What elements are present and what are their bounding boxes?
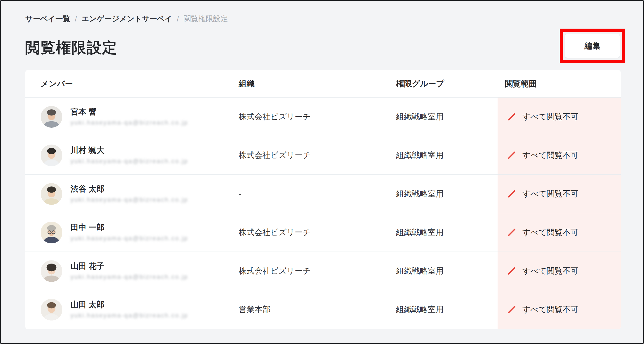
avatar (41, 145, 62, 166)
header-permission-group: 権限グループ (396, 78, 498, 89)
scope-label: すべて閲覧不可 (522, 188, 578, 199)
page-title: 閲覧権限設定 (25, 38, 117, 58)
member-name: 川村 颯大 (71, 146, 188, 155)
view-scope-cell: すべて閲覧不可 (498, 111, 621, 122)
header-org: 組織 (239, 78, 396, 89)
header-view-scope: 閲覧範囲 (498, 78, 621, 89)
member-text: 宮本 響 yuki.haseyama-qa@bizreach.co.jp (71, 107, 188, 126)
table-row: 渋谷 太郎 yuki.haseyama-qa@bizreach.co.jp - … (25, 174, 621, 213)
screenshot-frame: サーベイ一覧 / エンゲージメントサーベイ / 閲覧権限設定 閲覧権限設定 編集… (0, 0, 644, 344)
no-access-slash-icon (507, 112, 516, 121)
member-cell: 山田 花子 yuki.haseyama-qa@bizreach.co.jp (25, 260, 239, 282)
org-cell: 株式会社ビズリーチ (239, 111, 396, 122)
no-access-slash-icon (507, 151, 516, 160)
member-text: 山田 太郎 yuki.haseyama-qa@bizreach.co.jp (71, 300, 188, 319)
permission-group-cell: 組織戦略室用 (396, 188, 498, 199)
breadcrumb-separator: / (75, 15, 77, 23)
permission-group-cell: 組織戦略室用 (396, 304, 498, 315)
view-scope-cell: すべて閲覧不可 (498, 188, 621, 199)
member-cell: 宮本 響 yuki.haseyama-qa@bizreach.co.jp (25, 106, 239, 128)
no-access-slash-icon (507, 305, 516, 314)
member-email-blurred: yuki.haseyama-qa@bizreach.co.jp (71, 119, 188, 126)
table-row: 宮本 響 yuki.haseyama-qa@bizreach.co.jp 株式会… (25, 97, 621, 136)
permission-group-cell: 組織戦略室用 (396, 111, 498, 122)
avatar (41, 183, 62, 205)
scope-label: すべて閲覧不可 (522, 304, 578, 315)
avatar (41, 299, 62, 321)
member-email-blurred: yuki.haseyama-qa@bizreach.co.jp (71, 235, 188, 242)
member-cell: 渋谷 太郎 yuki.haseyama-qa@bizreach.co.jp (25, 183, 239, 205)
view-scope-cell: すべて閲覧不可 (498, 266, 621, 276)
org-cell: 株式会社ビズリーチ (239, 150, 396, 161)
member-email-blurred: yuki.haseyama-qa@bizreach.co.jp (71, 273, 188, 280)
table-row: 川村 颯大 yuki.haseyama-qa@bizreach.co.jp 株式… (25, 136, 621, 174)
permission-group-cell: 組織戦略室用 (396, 227, 498, 238)
table-body: 宮本 響 yuki.haseyama-qa@bizreach.co.jp 株式会… (25, 97, 621, 329)
view-scope-cell: すべて閲覧不可 (498, 227, 621, 238)
avatar (41, 260, 62, 282)
permission-group-cell: 組織戦略室用 (396, 266, 498, 276)
member-text: 川村 颯大 yuki.haseyama-qa@bizreach.co.jp (71, 146, 188, 165)
member-name: 田中 一郎 (71, 223, 188, 232)
no-access-slash-icon (507, 189, 516, 198)
view-scope-cell: すべて閲覧不可 (498, 304, 621, 315)
member-email-blurred: yuki.haseyama-qa@bizreach.co.jp (71, 312, 188, 319)
member-name: 宮本 響 (71, 107, 188, 116)
member-cell: 田中 一郎 yuki.haseyama-qa@bizreach.co.jp (25, 222, 239, 243)
org-cell: 株式会社ビズリーチ (239, 227, 396, 238)
breadcrumb-separator: / (177, 15, 179, 23)
org-cell: 営業本部 (239, 304, 396, 315)
edit-button[interactable]: 編集 (565, 34, 620, 58)
member-name: 山田 太郎 (71, 300, 188, 309)
member-email-blurred: yuki.haseyama-qa@bizreach.co.jp (71, 158, 188, 165)
annotation-highlight: 編集 (560, 29, 625, 63)
org-cell: - (239, 189, 396, 198)
avatar (41, 106, 62, 128)
table-row: 山田 太郎 yuki.haseyama-qa@bizreach.co.jp 営業… (25, 290, 621, 329)
table-header-row: メンバー 組織 権限グループ 閲覧範囲 (25, 70, 621, 97)
member-name: 山田 花子 (71, 262, 188, 271)
breadcrumb-current: 閲覧権限設定 (183, 14, 228, 24)
avatar (41, 222, 62, 243)
scope-label: すべて閲覧不可 (522, 111, 578, 122)
scope-label: すべて閲覧不可 (522, 150, 578, 161)
breadcrumb: サーベイ一覧 / エンゲージメントサーベイ / 閲覧権限設定 (25, 14, 228, 24)
scope-label: すべて閲覧不可 (522, 227, 578, 238)
member-name: 渋谷 太郎 (71, 184, 188, 194)
table-row: 田中 一郎 yuki.haseyama-qa@bizreach.co.jp 株式… (25, 213, 621, 252)
no-access-slash-icon (507, 228, 516, 237)
member-email-blurred: yuki.haseyama-qa@bizreach.co.jp (71, 196, 188, 203)
org-cell: 株式会社ビズリーチ (239, 266, 396, 276)
permission-group-cell: 組織戦略室用 (396, 150, 498, 161)
no-access-slash-icon (507, 266, 516, 276)
scope-label: すべて閲覧不可 (522, 266, 578, 276)
member-cell: 山田 太郎 yuki.haseyama-qa@bizreach.co.jp (25, 299, 239, 321)
table-row: 山田 花子 yuki.haseyama-qa@bizreach.co.jp 株式… (25, 252, 621, 290)
member-text: 渋谷 太郎 yuki.haseyama-qa@bizreach.co.jp (71, 184, 188, 203)
breadcrumb-link-engagement-survey[interactable]: エンゲージメントサーベイ (82, 14, 172, 24)
member-text: 山田 花子 yuki.haseyama-qa@bizreach.co.jp (71, 262, 188, 280)
view-scope-cell: すべて閲覧不可 (498, 150, 621, 161)
header-member: メンバー (25, 78, 239, 89)
permissions-table: メンバー 組織 権限グループ 閲覧範囲 宮本 響 yuki.haseyama-q… (25, 70, 621, 329)
member-cell: 川村 颯大 yuki.haseyama-qa@bizreach.co.jp (25, 145, 239, 166)
breadcrumb-link-survey-list[interactable]: サーベイ一覧 (25, 14, 70, 24)
member-text: 田中 一郎 yuki.haseyama-qa@bizreach.co.jp (71, 223, 188, 242)
